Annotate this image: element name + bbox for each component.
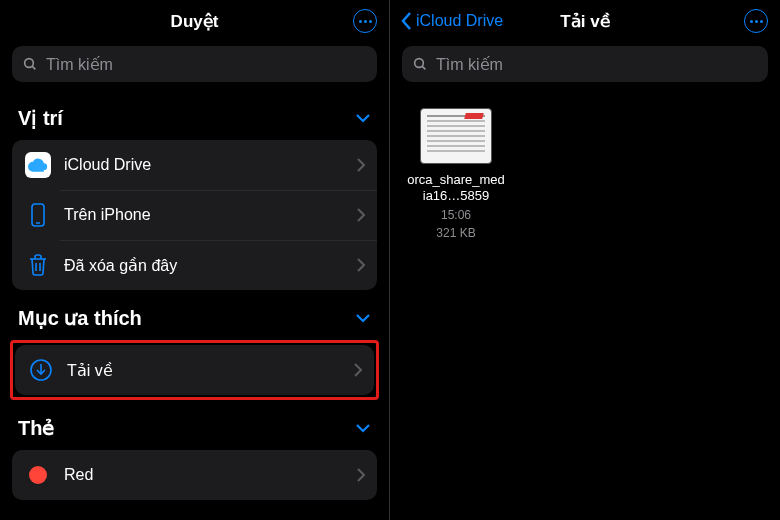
file-grid: orca_share_media16…5859 15:06 321 KB <box>390 90 780 259</box>
section-tags-title: Thẻ <box>18 416 54 440</box>
file-thumbnail <box>420 108 492 164</box>
section-locations-header[interactable]: Vị trí <box>0 90 389 140</box>
folder-header: iCloud Drive Tải về <box>390 0 780 42</box>
svg-point-0 <box>25 59 34 68</box>
section-favorites-header[interactable]: Mục ưa thích <box>0 290 389 340</box>
search-icon <box>412 56 428 72</box>
folder-title: Tải về <box>560 11 609 32</box>
chevron-right-icon <box>357 258 365 272</box>
chevron-right-icon <box>357 468 365 482</box>
chevron-right-icon <box>354 363 362 377</box>
locations-list: iCloud Drive Trên iPhone Đã xóa gần đây <box>12 140 377 290</box>
location-item-recentlydeleted[interactable]: Đã xóa gần đây <box>12 240 377 290</box>
favorite-item-downloads[interactable]: Tải về <box>15 345 374 395</box>
back-label: iCloud Drive <box>416 12 503 30</box>
svg-point-8 <box>415 59 424 68</box>
section-tags-header[interactable]: Thẻ <box>0 400 389 450</box>
favorite-label: Tải về <box>67 361 354 380</box>
chevron-down-icon <box>355 313 371 323</box>
chevron-right-icon <box>357 158 365 172</box>
back-button[interactable]: iCloud Drive <box>400 11 503 31</box>
section-locations-title: Vị trí <box>18 106 63 130</box>
trash-icon <box>24 251 52 279</box>
search-placeholder: Tìm kiếm <box>46 55 113 74</box>
location-item-oniphone[interactable]: Trên iPhone <box>12 190 377 240</box>
folder-pane: iCloud Drive Tải về Tìm kiếm orca_share_… <box>390 0 780 520</box>
iphone-icon <box>24 201 52 229</box>
location-label: iCloud Drive <box>64 156 357 174</box>
search-icon <box>22 56 38 72</box>
location-item-icloud[interactable]: iCloud Drive <box>12 140 377 190</box>
tag-label: Red <box>64 466 357 484</box>
file-size: 321 KB <box>436 225 475 241</box>
chevron-down-icon <box>355 423 371 433</box>
search-placeholder: Tìm kiếm <box>436 55 503 74</box>
more-icon <box>744 9 768 33</box>
more-button[interactable] <box>744 9 768 33</box>
tags-list: Red <box>12 450 377 500</box>
chevron-left-icon <box>400 11 412 31</box>
location-label: Trên iPhone <box>64 206 357 224</box>
download-icon <box>27 356 55 384</box>
browse-pane: Duyệt Tìm kiếm Vị trí iCloud Drive <box>0 0 390 520</box>
browse-title: Duyệt <box>171 11 219 32</box>
search-input[interactable]: Tìm kiếm <box>12 46 377 82</box>
annotation-highlight: Tải về <box>10 340 379 400</box>
browse-header: Duyệt <box>0 0 389 42</box>
favorites-list: Tải về <box>15 345 374 395</box>
search-input[interactable]: Tìm kiếm <box>402 46 768 82</box>
icloud-icon <box>24 151 52 179</box>
more-button[interactable] <box>353 9 377 33</box>
file-name: orca_share_media16…5859 <box>406 172 506 205</box>
more-icon <box>353 9 377 33</box>
location-label: Đã xóa gần đây <box>64 256 357 275</box>
file-item[interactable]: orca_share_media16…5859 15:06 321 KB <box>406 108 506 241</box>
file-time: 15:06 <box>441 207 471 223</box>
section-favorites-title: Mục ưa thích <box>18 306 142 330</box>
chevron-down-icon <box>355 113 371 123</box>
svg-line-1 <box>32 66 35 69</box>
tag-color-icon <box>24 461 52 489</box>
svg-line-9 <box>422 66 425 69</box>
chevron-right-icon <box>357 208 365 222</box>
tag-item-red[interactable]: Red <box>12 450 377 500</box>
